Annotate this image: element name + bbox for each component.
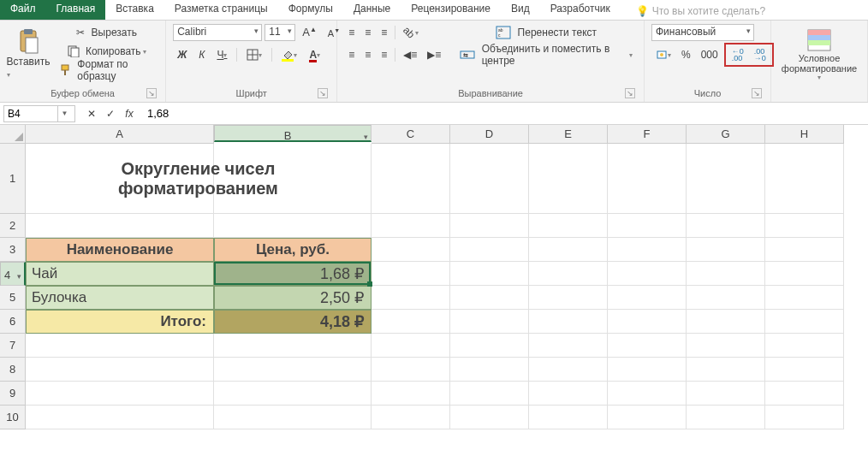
cell-E8[interactable] (529, 358, 608, 382)
increase-indent-button[interactable]: ▶≡ (423, 46, 445, 63)
cell-H3[interactable] (765, 238, 844, 262)
cell-E10[interactable] (529, 406, 608, 429)
cell-H10[interactable] (765, 406, 844, 429)
cell-D4[interactable] (450, 262, 529, 286)
cell-F2[interactable] (608, 214, 687, 238)
cell-F1[interactable] (608, 144, 687, 214)
cell-H7[interactable] (765, 334, 844, 358)
cell-E3[interactable] (529, 238, 608, 262)
borders-button[interactable] (242, 46, 266, 63)
col-header-E[interactable]: E (529, 125, 608, 144)
underline-button[interactable]: Ч (212, 46, 231, 63)
select-all-button[interactable] (0, 125, 26, 144)
name-cell-2[interactable]: Булочка (26, 286, 214, 310)
total-label-cell[interactable]: Итого: (26, 310, 214, 334)
bold-button[interactable]: Ж (173, 46, 191, 63)
name-box-dropdown[interactable]: ▼ (57, 106, 71, 121)
font-dialog-launcher[interactable]: ↘ (318, 88, 328, 98)
cell-G4[interactable] (687, 262, 765, 286)
price-cell-1[interactable]: 1,68 ₽ (214, 262, 372, 286)
tab-formulas[interactable]: Формулы (278, 0, 343, 20)
col-header-F[interactable]: F (608, 125, 687, 144)
decrease-indent-button[interactable]: ◀≡ (399, 46, 421, 63)
comma-format-button[interactable]: 000 (697, 46, 722, 63)
cell-C8[interactable] (372, 358, 450, 382)
cell-C5[interactable] (372, 286, 450, 310)
cell-E7[interactable] (529, 334, 608, 358)
cell-F6[interactable] (608, 310, 687, 334)
cell-F9[interactable] (608, 382, 687, 406)
copy-button[interactable]: Копировать (55, 43, 158, 60)
font-size-selector[interactable]: 11 (265, 24, 295, 41)
cell-C6[interactable] (372, 310, 450, 334)
formula-input[interactable] (142, 107, 868, 120)
row-header-2[interactable]: 2 (0, 214, 26, 238)
tell-me-search[interactable]: 💡 Что вы хотите сделать? (626, 0, 776, 20)
cell-B2[interactable] (214, 214, 372, 238)
cell-D7[interactable] (450, 334, 529, 358)
row-header-5[interactable]: 5 (0, 286, 26, 310)
cell-H5[interactable] (765, 286, 844, 310)
cell-D5[interactable] (450, 286, 529, 310)
row-header-10[interactable]: 10 (0, 406, 26, 429)
cell-F10[interactable] (608, 406, 687, 429)
cell-H2[interactable] (765, 214, 844, 238)
cell-D8[interactable] (450, 358, 529, 382)
cell-C10[interactable] (372, 406, 450, 429)
cell-G5[interactable] (687, 286, 765, 310)
cell-G3[interactable] (687, 238, 765, 262)
row-header-1[interactable]: 1 (0, 144, 26, 214)
total-price-cell[interactable]: 4,18 ₽ (214, 310, 372, 334)
col-header-B[interactable]: B (214, 125, 372, 142)
increase-font-button[interactable]: A▲ (298, 23, 321, 41)
cell-B8[interactable] (214, 358, 372, 382)
cell-A7[interactable] (26, 334, 214, 358)
tab-data[interactable]: Данные (343, 0, 401, 20)
col-header-C[interactable]: C (372, 125, 450, 144)
cell-H6[interactable] (765, 310, 844, 334)
cell-E1[interactable] (529, 144, 608, 214)
cell-G10[interactable] (687, 406, 765, 429)
paste-button[interactable]: Вставить (7, 24, 50, 84)
cell-C7[interactable] (372, 334, 450, 358)
name-box-input[interactable] (4, 108, 57, 120)
col-header-D[interactable]: D (450, 125, 529, 144)
cell-D1[interactable] (450, 144, 529, 214)
cell-C4[interactable] (372, 262, 450, 286)
tab-insert[interactable]: Вставка (105, 0, 164, 20)
cell-H9[interactable] (765, 382, 844, 406)
cell-D10[interactable] (450, 406, 529, 429)
cell-H4[interactable] (765, 262, 844, 286)
cell-C1[interactable] (372, 144, 450, 214)
cell-F7[interactable] (608, 334, 687, 358)
wrap-text-button[interactable]: abc Перенести текст (455, 24, 637, 41)
cell-C3[interactable] (372, 238, 450, 262)
align-middle-button[interactable]: ≡ (360, 24, 375, 41)
align-center-button[interactable]: ≡ (360, 46, 375, 63)
accounting-format-button[interactable] (651, 46, 675, 63)
tab-developer[interactable]: Разработчик (540, 0, 621, 20)
conditional-formatting-button[interactable]: Условное форматирование (778, 24, 860, 84)
font-name-selector[interactable]: Calibri (173, 24, 262, 41)
cell-A2[interactable] (26, 214, 214, 238)
cell-E9[interactable] (529, 382, 608, 406)
font-color-button[interactable]: А (305, 46, 324, 63)
row-header-4[interactable]: 4 (0, 262, 26, 286)
title-cell[interactable]: Округление чиселформатированием (26, 144, 372, 214)
align-left-button[interactable]: ≡ (344, 46, 359, 63)
cancel-formula-button[interactable]: ✕ (84, 105, 99, 122)
increase-decimal-button[interactable]: ←0.00 (728, 45, 748, 64)
cell-C2[interactable] (372, 214, 450, 238)
row-header-6[interactable]: 6 (0, 310, 26, 334)
cell-B7[interactable] (214, 334, 372, 358)
format-painter-button[interactable]: Формат по образцу (55, 62, 158, 79)
cell-H8[interactable] (765, 358, 844, 382)
row-header-8[interactable]: 8 (0, 358, 26, 382)
align-top-button[interactable]: ≡ (344, 24, 359, 41)
cell-D6[interactable] (450, 310, 529, 334)
insert-function-button[interactable]: fx (122, 105, 137, 122)
percent-format-button[interactable]: % (677, 46, 695, 63)
enter-formula-button[interactable]: ✓ (103, 105, 118, 122)
fill-color-button[interactable] (277, 47, 301, 62)
tab-home[interactable]: Главная (46, 0, 106, 20)
